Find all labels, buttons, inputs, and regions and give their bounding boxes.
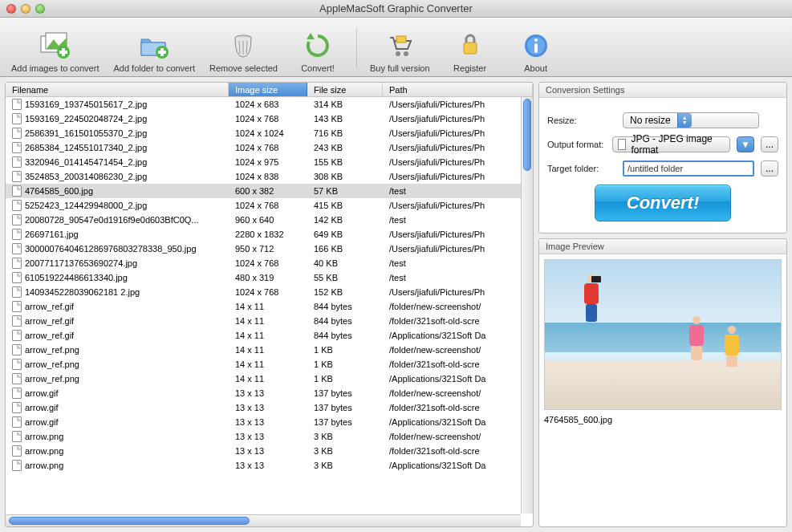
table-row[interactable]: 1593169_193745015617_2.jpg1024 x 683314 …	[6, 97, 533, 112]
horizontal-scroll-thumb[interactable]	[9, 517, 250, 525]
table-row[interactable]: 20080728_90547e0d1916f9e0d603BfC0Q...960…	[6, 213, 533, 227]
cell-file-size: 844 bytes	[307, 299, 383, 314]
cell-filename: arrow_ref.png	[25, 372, 79, 386]
cell-path: /Applications/321Soft Da	[383, 372, 533, 386]
target-folder-browse-button[interactable]: ...	[761, 160, 778, 177]
file-icon	[12, 258, 22, 269]
table-row[interactable]: arrow.gif13 x 13137 bytes/folder/321soft…	[6, 400, 533, 415]
table-row[interactable]: 1593169_224502048724_2.jpg1024 x 768143 …	[6, 112, 533, 126]
cell-filename: arrow_ref.gif	[25, 328, 74, 343]
file-icon	[12, 156, 22, 168]
cell-path: /Users/jiafuli/Pictures/Ph	[383, 112, 533, 126]
cell-filename: 3320946_014145471454_2.jpg	[25, 155, 147, 169]
cell-filename: 1593169_193745015617_2.jpg	[25, 97, 147, 112]
remove-selected-button[interactable]: Remove selected	[203, 22, 284, 75]
file-icon	[12, 113, 22, 124]
cell-file-size: 137 bytes	[307, 386, 383, 400]
about-button[interactable]: About	[504, 22, 568, 75]
table-row[interactable]: 5252423_124429948000_2.jpg1024 x 768415 …	[6, 198, 533, 213]
table-row[interactable]: 4764585_600.jpg600 x 38257 KB/test	[6, 184, 533, 198]
minimize-window-button[interactable]	[21, 4, 30, 14]
resize-select[interactable]: No resize ▲▼	[623, 112, 759, 128]
svg-point-15	[404, 51, 408, 56]
add-images-button[interactable]: Add images to convert	[5, 22, 105, 75]
cell-file-size: 142 KB	[307, 213, 383, 227]
table-row[interactable]: 3524853_200314086230_2.jpg1024 x 838308 …	[6, 169, 533, 184]
cell-image-size: 13 x 13	[229, 444, 307, 458]
cell-path: /Users/jiafuli/Pictures/Ph	[383, 285, 533, 299]
column-header-image-size[interactable]: Image size	[229, 83, 307, 96]
cell-image-size: 13 x 13	[229, 400, 307, 415]
target-folder-input[interactable]	[623, 160, 754, 177]
register-button[interactable]: Register	[438, 22, 502, 75]
cell-path: /Users/jiafuli/Pictures/Ph	[383, 242, 533, 256]
add-folder-label: Add folder to convert	[113, 63, 195, 73]
image-preview-pane: Image Preview 4764585_600.jpg	[538, 238, 787, 527]
column-header-file-size[interactable]: File size	[307, 83, 383, 96]
table-row[interactable]: arrow_ref.gif14 x 11844 bytes/folder/321…	[6, 314, 533, 328]
cell-path: /folder/321soft-old-scre	[383, 400, 533, 415]
cell-image-size: 14 x 11	[229, 299, 307, 314]
vertical-scrollbar[interactable]	[521, 97, 533, 514]
info-icon	[520, 30, 552, 62]
cell-filename: arrow_ref.gif	[25, 299, 74, 314]
toolbar: Add images to convert Add folder to conv…	[0, 18, 792, 77]
cell-file-size: 1 KB	[307, 372, 383, 386]
table-row[interactable]: arrow_ref.png14 x 111 KB/folder/321soft-…	[6, 357, 533, 372]
buy-button[interactable]: Buy full version	[364, 22, 437, 75]
cell-file-size: 3 KB	[307, 429, 383, 444]
output-format-dropdown-button[interactable]: ▼	[737, 136, 754, 152]
zoom-window-button[interactable]	[35, 4, 45, 14]
table-row[interactable]: arrow_ref.png14 x 111 KB/Applications/32…	[6, 372, 533, 386]
cell-filename: arrow.gif	[25, 415, 59, 429]
output-format-value: JPG - JPEG image format	[631, 133, 725, 156]
table-row[interactable]: 26697161.jpg2280 x 1832649 KB/Users/jiaf…	[6, 227, 533, 242]
table-row[interactable]: arrow.gif13 x 13137 bytes/folder/new-scr…	[6, 386, 533, 400]
table-row[interactable]: 3000007640461286976803278338_950.jpg950 …	[6, 242, 533, 256]
vertical-scroll-thumb[interactable]	[523, 99, 531, 171]
table-row[interactable]: arrow.png13 x 133 KB/folder/321soft-old-…	[6, 444, 533, 458]
cell-file-size: 40 KB	[307, 256, 383, 270]
cell-file-size: 1 KB	[307, 343, 383, 357]
table-row[interactable]: arrow.png13 x 133 KB/Applications/321Sof…	[6, 458, 533, 473]
table-row[interactable]: arrow_ref.png14 x 111 KB/folder/new-scre…	[6, 343, 533, 357]
column-header-path[interactable]: Path	[383, 83, 533, 96]
file-icon	[12, 128, 22, 139]
table-row[interactable]: 2685384_124551017340_2.jpg1024 x 768243 …	[6, 140, 533, 155]
toolbar-convert-button[interactable]: Convert!	[286, 22, 350, 75]
cell-image-size: 14 x 11	[229, 328, 307, 343]
about-label: About	[524, 63, 547, 73]
table-row[interactable]: 3320946_014145471454_2.jpg1024 x 975155 …	[6, 155, 533, 169]
cell-path: /Users/jiafuli/Pictures/Ph	[383, 126, 533, 140]
table-row[interactable]: arrow_ref.gif14 x 11844 bytes/folder/new…	[6, 299, 533, 314]
output-format-browse-button[interactable]: ...	[761, 136, 778, 152]
column-header-filename[interactable]: Filename	[6, 83, 229, 96]
convert-button[interactable]: Convert!	[595, 185, 731, 221]
cell-filename: 610519224486613340.jpg	[25, 270, 128, 285]
cell-filename: arrow_ref.png	[25, 357, 79, 372]
table-row[interactable]: arrow.png13 x 133 KB/folder/new-screensh…	[6, 429, 533, 444]
table-row[interactable]: 20077117137653690274.jpg1024 x 76840 KB/…	[6, 256, 533, 270]
cell-filename: arrow.png	[25, 458, 63, 473]
cell-filename: 4764585_600.jpg	[25, 184, 93, 198]
cell-image-size: 13 x 13	[229, 429, 307, 444]
cell-path: /test	[383, 184, 533, 198]
horizontal-scrollbar[interactable]	[6, 514, 521, 526]
cell-path: /test	[383, 270, 533, 285]
table-row[interactable]: 1409345228039062181 2.jpg1024 x 768152 K…	[6, 285, 533, 299]
table-row[interactable]: 2586391_161501055370_2.jpg1024 x 1024716…	[6, 126, 533, 140]
add-folder-icon	[138, 30, 170, 62]
cell-file-size: 844 bytes	[307, 328, 383, 343]
svg-rect-8	[158, 51, 166, 54]
file-icon	[12, 99, 22, 110]
table-row[interactable]: arrow.gif13 x 13137 bytes/Applications/3…	[6, 415, 533, 429]
add-folder-button[interactable]: Add folder to convert	[107, 22, 201, 75]
cell-path: /test	[383, 213, 533, 227]
close-window-button[interactable]	[6, 4, 16, 14]
table-row[interactable]: 610519224486613340.jpg480 x 31955 KB/tes…	[6, 270, 533, 285]
cell-image-size: 13 x 13	[229, 458, 307, 473]
cell-path: /Applications/321Soft Da	[383, 328, 533, 343]
table-row[interactable]: arrow_ref.gif14 x 11844 bytes/Applicatio…	[6, 328, 533, 343]
register-label: Register	[453, 63, 486, 73]
cell-path: /test	[383, 256, 533, 270]
